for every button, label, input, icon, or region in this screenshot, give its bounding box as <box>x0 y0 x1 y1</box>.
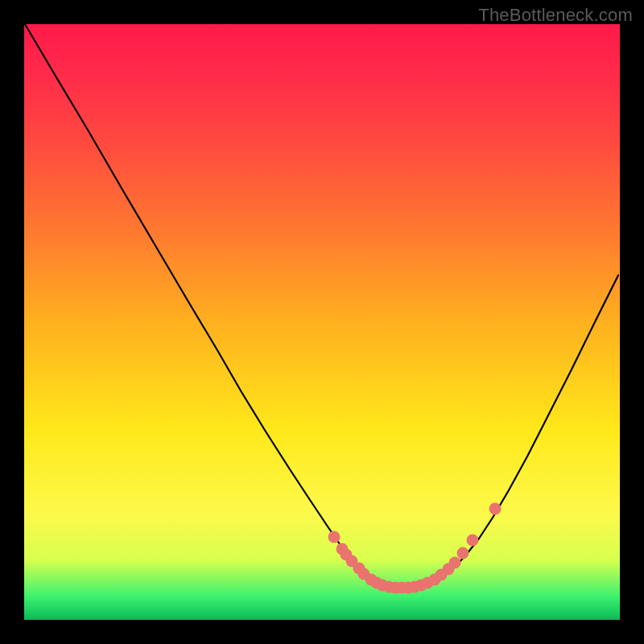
highlight-dot <box>457 547 469 559</box>
highlight-dot <box>467 535 479 547</box>
highlight-dots-group <box>328 503 502 594</box>
highlight-dot <box>449 557 461 569</box>
chart-svg <box>24 24 620 620</box>
plot-area <box>24 24 620 620</box>
highlight-dot <box>328 531 341 543</box>
highlight-dot <box>489 503 502 515</box>
bottleneck-curve <box>25 24 618 588</box>
watermark-label: TheBottleneck.com <box>478 5 633 26</box>
chart-frame: TheBottleneck.com <box>0 0 644 644</box>
